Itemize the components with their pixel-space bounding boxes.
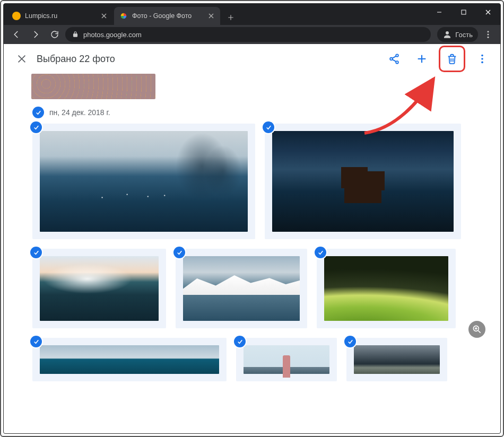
share-button[interactable] bbox=[384, 48, 405, 69]
sea-photo bbox=[40, 345, 219, 374]
selected-check-icon[interactable] bbox=[30, 247, 42, 258]
date-selected-icon[interactable] bbox=[32, 107, 44, 118]
header-actions bbox=[384, 46, 493, 72]
lock-icon bbox=[72, 31, 79, 38]
minimize-button[interactable] bbox=[427, 4, 451, 21]
selected-check-icon[interactable] bbox=[30, 121, 42, 133]
selected-check-icon[interactable] bbox=[344, 336, 356, 347]
stones-photo bbox=[31, 74, 155, 99]
svg-point-5 bbox=[396, 54, 398, 57]
svg-point-3 bbox=[488, 34, 489, 36]
tab-title: Фото - Google Фото bbox=[132, 12, 204, 20]
svg-point-1 bbox=[446, 31, 449, 34]
selected-check-icon[interactable] bbox=[234, 336, 246, 347]
photo-item[interactable] bbox=[236, 338, 337, 381]
photo-item[interactable] bbox=[32, 249, 166, 328]
url-text: photos.google.com bbox=[83, 31, 142, 39]
lake-photo bbox=[183, 256, 300, 321]
photo-item[interactable] bbox=[346, 338, 447, 381]
browser-menu-button[interactable] bbox=[480, 27, 496, 42]
favicon-lumpics bbox=[12, 12, 21, 20]
profile-chip[interactable]: Гость bbox=[437, 27, 478, 42]
lighthouse-photo bbox=[244, 345, 329, 374]
reload-button[interactable] bbox=[46, 26, 63, 43]
favicon-google-photos bbox=[119, 12, 128, 20]
url-box[interactable]: photos.google.com bbox=[65, 27, 431, 42]
date-label: пн, 24 дек. 2018 г. bbox=[49, 108, 110, 117]
svg-point-8 bbox=[481, 55, 483, 57]
selection-header: Выбрано 22 фото bbox=[4, 44, 500, 74]
close-window-button[interactable] bbox=[476, 4, 500, 21]
avatar-icon bbox=[442, 30, 452, 39]
new-tab-button[interactable] bbox=[223, 10, 238, 25]
back-button[interactable] bbox=[8, 26, 25, 43]
selected-check-icon[interactable] bbox=[263, 121, 274, 133]
photo-item[interactable] bbox=[176, 249, 307, 328]
clear-selection-button[interactable] bbox=[11, 48, 32, 69]
svg-point-6 bbox=[390, 58, 393, 60]
screenshot-frame: Lumpics.ru Фото - Google Фото bbox=[0, 0, 504, 437]
more-options-button[interactable] bbox=[472, 48, 493, 69]
boats-photo bbox=[40, 131, 248, 232]
add-to-button[interactable] bbox=[411, 48, 432, 69]
previous-group-thumbnail[interactable] bbox=[31, 74, 493, 99]
photo-item[interactable] bbox=[32, 338, 227, 381]
delete-button[interactable] bbox=[441, 48, 463, 69]
photo-item[interactable] bbox=[265, 124, 461, 239]
close-tab-icon[interactable] bbox=[207, 12, 215, 20]
profile-label: Гость bbox=[455, 31, 473, 39]
svg-point-7 bbox=[396, 61, 398, 64]
selected-check-icon[interactable] bbox=[173, 247, 185, 258]
photo-row-3 bbox=[11, 338, 493, 381]
photo-item[interactable] bbox=[32, 124, 255, 239]
tab-title: Lumpics.ru bbox=[25, 12, 97, 20]
svg-point-4 bbox=[488, 37, 489, 38]
green-hills-photo bbox=[324, 256, 448, 321]
selected-check-icon[interactable] bbox=[315, 247, 326, 258]
google-photos-page: Выбрано 22 фото bbox=[4, 44, 500, 433]
svg-rect-0 bbox=[462, 10, 466, 14]
svg-point-2 bbox=[488, 31, 489, 32]
forward-button[interactable] bbox=[27, 26, 44, 43]
close-tab-icon[interactable] bbox=[100, 12, 108, 20]
tab-strip: Lumpics.ru Фото - Google Фото bbox=[4, 4, 500, 25]
photo-grid-content: пн, 24 дек. 2018 г. bbox=[4, 74, 500, 433]
photo-row-1 bbox=[11, 124, 493, 239]
svg-point-9 bbox=[481, 58, 483, 60]
browser-window: Lumpics.ru Фото - Google Фото bbox=[3, 3, 501, 434]
photo-row-2 bbox=[11, 249, 493, 328]
date-header-row[interactable]: пн, 24 дек. 2018 г. bbox=[32, 107, 493, 118]
selected-check-icon[interactable] bbox=[30, 336, 42, 347]
maximize-button[interactable] bbox=[451, 4, 476, 21]
hill-photo bbox=[40, 256, 159, 321]
tab-google-photos[interactable]: Фото - Google Фото bbox=[114, 7, 220, 25]
address-bar: photos.google.com Гость bbox=[4, 25, 500, 44]
selection-count-text: Выбрано 22 фото bbox=[37, 54, 384, 65]
photo-item[interactable] bbox=[317, 249, 456, 328]
storm-photo bbox=[354, 345, 440, 374]
tab-lumpics[interactable]: Lumpics.ru bbox=[7, 7, 113, 25]
svg-point-10 bbox=[481, 62, 483, 64]
castle-photo bbox=[272, 131, 454, 232]
window-controls bbox=[427, 4, 500, 21]
zoom-icon[interactable] bbox=[468, 321, 485, 338]
delete-button-highlight bbox=[439, 46, 465, 72]
